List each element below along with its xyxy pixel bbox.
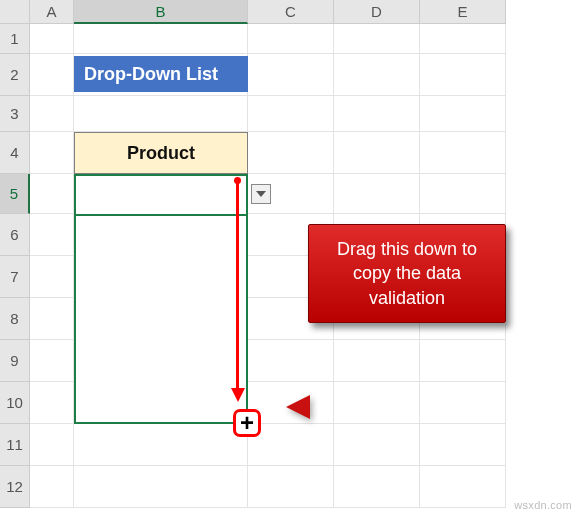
cell-E11[interactable] — [420, 424, 506, 466]
cell-A7[interactable] — [30, 256, 74, 298]
cell-A12[interactable] — [30, 466, 74, 508]
drag-arrow-head-icon — [231, 388, 245, 402]
row-header-4[interactable]: 4 — [0, 132, 30, 174]
cell-D12[interactable] — [334, 466, 420, 508]
row-header-1[interactable]: 1 — [0, 24, 30, 54]
cell-E2[interactable] — [420, 54, 506, 96]
cell-A5[interactable] — [30, 174, 74, 214]
cell-A9[interactable] — [30, 340, 74, 382]
cell-D4[interactable] — [334, 132, 420, 174]
cell-C1[interactable] — [248, 24, 334, 54]
cell-E5[interactable] — [420, 174, 506, 214]
cell-D3[interactable] — [334, 96, 420, 132]
cell-D5[interactable] — [334, 174, 420, 214]
column-header-A[interactable]: A — [30, 0, 74, 24]
cell-A8[interactable] — [30, 298, 74, 340]
cell-B1[interactable] — [74, 24, 248, 54]
column-header-C[interactable]: C — [248, 0, 334, 24]
row-headers: 123456789101112 — [0, 24, 30, 508]
fill-cursor-icon: + — [240, 411, 254, 435]
cell-E4[interactable] — [420, 132, 506, 174]
cell-E9[interactable] — [420, 340, 506, 382]
column-header-D[interactable]: D — [334, 0, 420, 24]
cell-D9[interactable] — [334, 340, 420, 382]
cell-B11[interactable] — [74, 424, 248, 466]
cell-A6[interactable] — [30, 214, 74, 256]
cell-A10[interactable] — [30, 382, 74, 424]
cell-E10[interactable] — [420, 382, 506, 424]
row-header-8[interactable]: 8 — [0, 298, 30, 340]
drag-arrow-line — [236, 180, 239, 390]
cell-C4[interactable] — [248, 132, 334, 174]
callout-tail — [286, 395, 310, 419]
cell-C3[interactable] — [248, 96, 334, 132]
cell-A11[interactable] — [30, 424, 74, 466]
row-header-2[interactable]: 2 — [0, 54, 30, 96]
cell-A3[interactable] — [30, 96, 74, 132]
cell-A4[interactable] — [30, 132, 74, 174]
row-header-5[interactable]: 5 — [0, 174, 30, 214]
cell-C9[interactable] — [248, 340, 334, 382]
cell-E1[interactable] — [420, 24, 506, 54]
watermark: wsxdn.com — [514, 499, 572, 511]
cell-D1[interactable] — [334, 24, 420, 54]
cell-D11[interactable] — [334, 424, 420, 466]
selected-range[interactable] — [74, 174, 248, 424]
cell-A2[interactable] — [30, 54, 74, 96]
row-header-12[interactable]: 12 — [0, 466, 30, 508]
row-header-3[interactable]: 3 — [0, 96, 30, 132]
cell-D10[interactable] — [334, 382, 420, 424]
row-header-7[interactable]: 7 — [0, 256, 30, 298]
cell-B12[interactable] — [74, 466, 248, 508]
cell-D2[interactable] — [334, 54, 420, 96]
svg-marker-0 — [256, 191, 266, 197]
row-header-10[interactable]: 10 — [0, 382, 30, 424]
product-header-cell[interactable]: Product — [74, 132, 248, 174]
instruction-callout: Drag this down to copy the data validati… — [308, 224, 506, 323]
cell-E12[interactable] — [420, 466, 506, 508]
column-header-E[interactable]: E — [420, 0, 506, 24]
title-cell[interactable]: Drop-Down List — [74, 56, 248, 92]
fill-handle[interactable]: + — [233, 409, 261, 437]
row-header-9[interactable]: 9 — [0, 340, 30, 382]
column-header-B[interactable]: B — [74, 0, 248, 24]
select-all-corner[interactable] — [0, 0, 30, 24]
cell-C2[interactable] — [248, 54, 334, 96]
row-header-6[interactable]: 6 — [0, 214, 30, 256]
column-headers: ABCDE — [30, 0, 506, 24]
chevron-down-icon — [256, 191, 266, 197]
cell-E3[interactable] — [420, 96, 506, 132]
data-validation-dropdown-button[interactable] — [251, 184, 271, 204]
cell-B3[interactable] — [74, 96, 248, 132]
row-header-11[interactable]: 11 — [0, 424, 30, 466]
cell-A1[interactable] — [30, 24, 74, 54]
cell-C12[interactable] — [248, 466, 334, 508]
